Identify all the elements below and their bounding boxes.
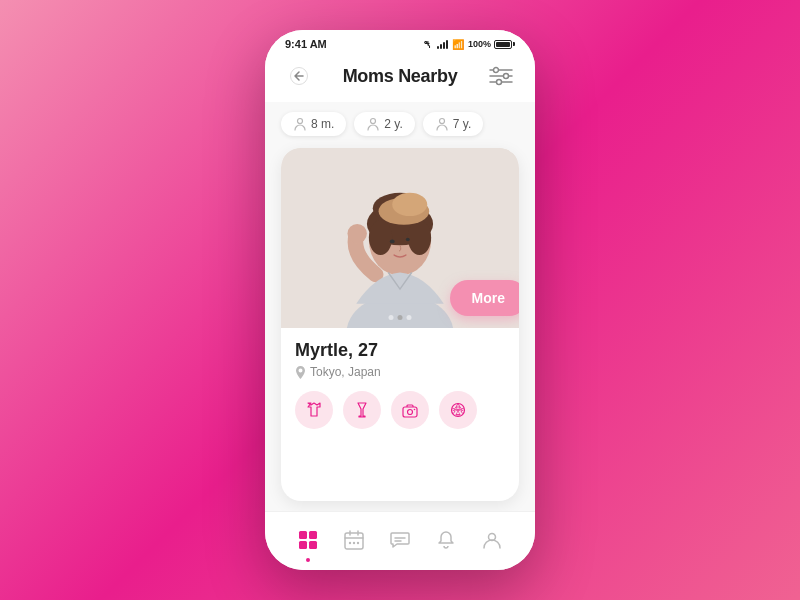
dot-1 xyxy=(389,315,394,320)
svg-point-24 xyxy=(408,410,413,415)
svg-point-20 xyxy=(390,239,395,243)
location-icon xyxy=(295,366,306,379)
dot-2 xyxy=(398,315,403,320)
age-chip-2y-label: 2 y. xyxy=(384,117,402,131)
profile-name: Myrtle, 27 xyxy=(295,340,505,361)
svg-point-22 xyxy=(347,224,366,243)
wifi-icon: 📶 xyxy=(452,39,464,50)
profile-card: More Myrtle, 27 Tokyo, Japan xyxy=(281,148,519,501)
header: Moms Nearby xyxy=(265,54,535,102)
dot-3 xyxy=(407,315,412,320)
profile-image: More xyxy=(281,148,519,328)
svg-point-34 xyxy=(357,542,359,544)
svg-point-4 xyxy=(494,68,499,73)
age-chip-2y[interactable]: 2 y. xyxy=(354,112,414,136)
svg-point-32 xyxy=(349,542,351,544)
svg-rect-27 xyxy=(299,531,307,539)
interest-camera[interactable] xyxy=(391,391,429,429)
svg-point-15 xyxy=(369,220,392,255)
svg-point-5 xyxy=(504,74,509,79)
interest-icons xyxy=(295,391,505,429)
battery-percent: 100% xyxy=(468,39,491,49)
interest-sports[interactable] xyxy=(439,391,477,429)
svg-point-16 xyxy=(408,220,431,255)
filter-button[interactable] xyxy=(487,62,515,90)
age-chip-8m[interactable]: 8 m. xyxy=(281,112,346,136)
svg-rect-23 xyxy=(403,407,417,417)
interest-drinks[interactable] xyxy=(343,391,381,429)
nav-calendar[interactable] xyxy=(336,522,372,558)
signal-icon xyxy=(437,39,448,49)
profile-info: Myrtle, 27 Tokyo, Japan xyxy=(281,328,519,439)
svg-point-21 xyxy=(406,238,410,242)
photo-dots xyxy=(389,315,412,320)
nav-chat[interactable] xyxy=(382,522,418,558)
age-filters: 8 m. 2 y. 7 y. xyxy=(281,112,519,136)
svg-rect-29 xyxy=(299,541,307,549)
svg-point-25 xyxy=(414,409,416,411)
interest-fashion[interactable] xyxy=(295,391,333,429)
status-icons: ⯲ 📶 100% xyxy=(423,39,515,50)
battery-icon: 100% xyxy=(468,39,515,49)
age-chip-8m-label: 8 m. xyxy=(311,117,334,131)
main-content: 8 m. 2 y. 7 y. xyxy=(265,102,535,511)
nav-home[interactable] xyxy=(290,522,326,558)
location-text: Tokyo, Japan xyxy=(310,365,381,379)
status-time: 9:41 AM xyxy=(285,38,327,50)
bluetooth-icon: ⯲ xyxy=(423,39,433,50)
svg-point-6 xyxy=(497,80,502,85)
nav-profile[interactable] xyxy=(474,522,510,558)
age-chip-7y-label: 7 y. xyxy=(453,117,471,131)
svg-rect-30 xyxy=(309,541,317,549)
svg-point-33 xyxy=(353,542,355,544)
svg-rect-28 xyxy=(309,531,317,539)
phone-frame: 9:41 AM ⯲ 📶 100% Moms Nearby xyxy=(265,30,535,570)
more-button[interactable]: More xyxy=(450,280,519,316)
page-title: Moms Nearby xyxy=(343,66,458,87)
profile-location: Tokyo, Japan xyxy=(295,365,505,379)
svg-point-19 xyxy=(392,193,427,216)
age-chip-7y[interactable]: 7 y. xyxy=(423,112,483,136)
svg-point-8 xyxy=(371,119,376,124)
svg-rect-31 xyxy=(345,533,363,549)
svg-point-7 xyxy=(298,119,303,124)
back-button[interactable] xyxy=(285,62,313,90)
nav-notifications[interactable] xyxy=(428,522,464,558)
svg-point-9 xyxy=(439,119,444,124)
bottom-nav xyxy=(265,511,535,570)
status-bar: 9:41 AM ⯲ 📶 100% xyxy=(265,30,535,54)
